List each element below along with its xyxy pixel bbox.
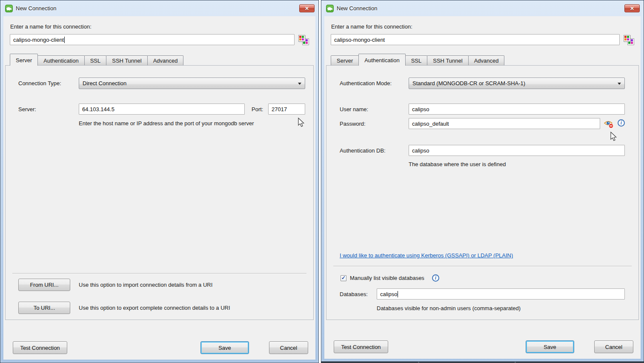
connection-type-label: Connection Type: — [18, 80, 61, 86]
uri-section-divider — [12, 273, 306, 274]
server-label: Server: — [18, 106, 36, 112]
server-tab-pane: Connection Type: Direct Connection Serve… — [5, 65, 314, 320]
to-uri-hint: Use this option to export complete conne… — [79, 305, 230, 311]
window-title: New Connection — [337, 5, 377, 12]
username-label: User name: — [340, 106, 368, 112]
mouse-cursor — [298, 118, 305, 128]
dialog-body: Enter a name for this connection: calips… — [324, 16, 641, 359]
to-uri-button[interactable]: To URI... — [18, 302, 70, 314]
tab-ssh-tunnel[interactable]: SSH Tunnel — [106, 55, 147, 65]
palette-front-icon — [624, 35, 630, 42]
save-button[interactable]: Save — [526, 340, 574, 353]
password-input[interactable]: calipso_default — [409, 118, 600, 129]
test-connection-button[interactable]: Test Connection — [13, 341, 67, 354]
tab-advanced[interactable]: Advanced — [468, 55, 505, 65]
text-caret — [398, 291, 398, 297]
kerberos-ldap-link[interactable]: I would like to authenticate using Kerbe… — [340, 252, 513, 259]
databases-label: Databases: — [340, 291, 368, 297]
from-uri-button[interactable]: From URI... — [18, 279, 70, 291]
auth-db-input[interactable]: calipso — [409, 145, 625, 156]
manually-list-databases-label: Manually list visible databases — [350, 275, 424, 281]
password-info-icon[interactable]: i — [618, 119, 625, 127]
port-input[interactable]: 27017 — [268, 104, 305, 115]
palette-front-icon — [298, 35, 305, 42]
new-connection-dialog-server: New Connection ✕ Enter a name for this c… — [0, 0, 319, 363]
color-palette-button[interactable] — [623, 35, 634, 45]
password-label: Password: — [340, 121, 366, 127]
connection-name-label: Enter a name for this connection: — [331, 23, 634, 30]
port-label: Port: — [252, 106, 263, 112]
tab-ssl[interactable]: SSL — [84, 55, 107, 65]
save-button[interactable]: Save — [200, 341, 249, 354]
tab-ssl[interactable]: SSL — [405, 55, 428, 65]
mouse-cursor — [610, 132, 618, 142]
authentication-tab-pane: Authentication Mode: Standard (MONGODB-C… — [326, 65, 639, 320]
username-input[interactable]: calipso — [409, 104, 625, 115]
connection-name-input[interactable]: calipso-mongo-client — [10, 34, 295, 45]
tab-ssh-tunnel[interactable]: SSH Tunnel — [427, 55, 468, 65]
cancel-button[interactable]: Cancel — [594, 340, 633, 353]
tab-authentication[interactable]: Authentication — [358, 54, 405, 66]
close-icon: ✕ — [305, 6, 309, 11]
cancel-button[interactable]: Cancel — [269, 341, 308, 354]
tab-bar: Server Authentication SSL SSH Tunnel Adv… — [10, 54, 315, 65]
dropdown-arrow-icon — [298, 83, 301, 85]
text-caret — [64, 37, 65, 43]
tab-advanced[interactable]: Advanced — [147, 55, 184, 65]
hide-password-eye-icon[interactable] — [604, 119, 614, 129]
checkbox-check-icon: ✓ — [341, 275, 346, 280]
dropdown-arrow-icon — [618, 83, 621, 85]
connection-type-select[interactable]: Direct Connection — [79, 78, 305, 89]
window-title: New Connection — [16, 5, 56, 12]
auth-db-label: Authentication DB: — [340, 147, 386, 154]
tab-server[interactable]: Server — [10, 54, 38, 66]
test-connection-button[interactable]: Test Connection — [334, 340, 388, 353]
color-palette-button[interactable] — [298, 35, 309, 45]
server-hint-text: Enter the host name or IP address and th… — [79, 120, 254, 127]
app-turtle-icon — [326, 5, 334, 12]
close-button[interactable]: ✕ — [299, 4, 315, 12]
titlebar[interactable]: New Connection ✕ — [0, 0, 318, 16]
tab-bar: Server Authentication SSL SSH Tunnel Adv… — [331, 54, 641, 65]
server-input[interactable]: 64.103.144.5 — [79, 104, 245, 115]
tab-authentication[interactable]: Authentication — [37, 55, 84, 65]
databases-input[interactable]: calipso — [377, 288, 625, 300]
dialog-footer: Test Connection Save Cancel — [334, 340, 633, 353]
tab-server[interactable]: Server — [331, 55, 359, 65]
connection-name-label: Enter a name for this connection: — [10, 23, 309, 30]
close-icon: ✕ — [630, 6, 634, 11]
manually-list-databases-checkbox[interactable]: ✓ — [341, 275, 346, 281]
close-button[interactable]: ✕ — [624, 4, 640, 12]
titlebar[interactable]: New Connection ✕ — [321, 0, 644, 16]
auth-mode-label: Authentication Mode: — [340, 80, 392, 86]
from-uri-hint: Use this option to import connection det… — [79, 282, 212, 288]
new-connection-dialog-authentication: New Connection ✕ Enter a name for this c… — [321, 0, 644, 362]
dialog-body: Enter a name for this connection: calips… — [3, 16, 315, 360]
databases-hint: Databases visible for non-admin users (c… — [377, 305, 521, 311]
auth-mode-select[interactable]: Standard (MONGODB-CR or SCRAM-SHA-1) — [409, 78, 625, 89]
dialog-footer: Test Connection Save Cancel — [13, 341, 308, 354]
connection-name-input[interactable]: calipso-mongo-client — [331, 34, 620, 45]
databases-info-icon[interactable]: i — [432, 274, 439, 282]
auth-db-hint: The database where the user is defined — [409, 161, 506, 167]
app-turtle-icon — [5, 5, 13, 12]
databases-section-divider — [333, 266, 632, 267]
